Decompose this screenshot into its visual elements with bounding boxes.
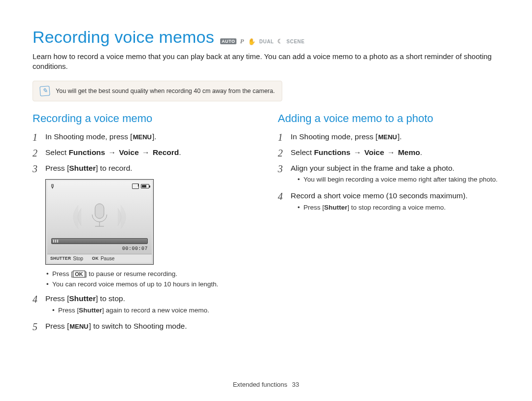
progress-bar	[51, 238, 148, 244]
right-column: Adding a voice memo to a photo 1 In Shoo…	[278, 112, 499, 338]
tip-box: ✎ You will get the best sound quality wh…	[33, 81, 282, 101]
step4-bullets: Press [Shutter] again to record a new vo…	[45, 306, 254, 315]
step-number: 2	[33, 148, 40, 158]
night-icon: ☾	[277, 38, 283, 45]
mode-scene-label: SCENE	[286, 39, 304, 44]
step-body: Record a short voice memo (10 seconds ma…	[291, 191, 499, 214]
screen-footer: SHUTTER Stop OK Pause	[47, 254, 152, 263]
status-icons	[132, 184, 149, 189]
step-number: 4	[278, 191, 286, 202]
left-step-1: 1 In Shooting mode, press [MENU].	[33, 132, 254, 143]
step-number: 5	[33, 321, 40, 332]
list-item: You will begin recording a voice memo ri…	[298, 175, 499, 184]
step-body: Select Functions → Voice → Memo.	[291, 148, 499, 158]
step-body: Press [Shutter] to record.	[45, 163, 254, 174]
step-number: 1	[278, 132, 286, 143]
svg-rect-0	[95, 204, 104, 218]
mode-p-icon: P	[240, 37, 244, 45]
step3-bullets: You will begin recording a voice memo ri…	[291, 175, 499, 184]
step-body: In Shooting mode, press [MENU].	[291, 132, 499, 142]
page-title: Recording voice memos	[33, 28, 214, 47]
right-step-1: 1 In Shooting mode, press [MENU].	[278, 132, 499, 143]
menu-button-label: MENU	[69, 322, 89, 331]
battery-icon	[141, 184, 149, 188]
timecode: 00:00:07	[122, 246, 148, 251]
arrow-icon: →	[350, 148, 364, 156]
tip-text: You will get the best sound quality when…	[56, 88, 275, 94]
footer-section: Extended functions	[233, 381, 288, 388]
list-item: Press [Shutter] to stop recording a voic…	[298, 203, 499, 212]
arrow-icon: →	[384, 148, 398, 156]
mode-auto-icon: AUTO	[220, 38, 236, 44]
left-step-5: 5 Press [MENU] to switch to Shooting mod…	[33, 321, 254, 332]
ok-button-label: OK	[73, 271, 85, 278]
hand-icon: ✋	[248, 38, 256, 45]
left-step-4: 4 Press [Shutter] to stop. Press [Shutte…	[33, 294, 254, 316]
menu-button-label: MENU	[133, 133, 152, 142]
list-item: Press [OK] to pause or resume recording.	[46, 270, 254, 278]
intro-paragraph: Learn how to record a voice memo that yo…	[33, 52, 499, 72]
camera-screen: 🎙	[45, 179, 154, 265]
ok-hint: OK Pause	[92, 256, 115, 261]
left-step-2: 2 Select Functions → Voice → Record.	[33, 148, 254, 158]
step4-bullets: Press [Shutter] to stop recording a voic…	[291, 203, 499, 212]
step-number: 3	[278, 163, 286, 174]
arrow-icon: →	[139, 148, 153, 156]
list-item: You can record voice memos of up to 10 h…	[46, 280, 254, 289]
left-step-3: 3 Press [Shutter] to record.	[33, 163, 254, 174]
note-icon: ✎	[39, 86, 50, 96]
left-column: Recording a voice memo 1 In Shooting mod…	[33, 112, 254, 338]
right-step-2: 2 Select Functions → Voice → Memo.	[278, 148, 499, 158]
step-body: Press [Shutter] to stop. Press [Shutter]…	[45, 294, 254, 316]
page-number: 33	[292, 381, 299, 388]
step-body: Align your subject in the frame and take…	[291, 163, 499, 186]
camera-screen-illustration: 🎙	[45, 179, 254, 265]
step-number: 4	[33, 294, 40, 305]
menu-button-label: MENU	[378, 133, 398, 142]
step-number: 1	[33, 132, 40, 143]
mode-indicators: AUTO P ✋ DUAL ☾ SCENE	[220, 37, 305, 45]
arrow-icon: →	[105, 148, 119, 156]
right-step-3: 3 Align your subject in the frame and ta…	[278, 163, 499, 186]
page-footer: Extended functions 33	[0, 381, 532, 388]
step-number: 2	[278, 148, 286, 158]
manual-page: Recording voice memos AUTO P ✋ DUAL ☾ SC…	[0, 0, 532, 401]
step-number: 3	[33, 163, 40, 174]
step-body: Select Functions → Voice → Record.	[45, 148, 254, 158]
columns: Recording a voice memo 1 In Shooting mod…	[33, 112, 499, 338]
left-heading: Recording a voice memo	[33, 112, 254, 125]
step-body: Press [MENU] to switch to Shooting mode.	[45, 321, 254, 332]
microphone-large-icon	[47, 201, 152, 233]
step-body: In Shooting mode, press [MENU].	[45, 132, 254, 142]
shutter-hint: SHUTTER Stop	[50, 256, 83, 261]
memory-card-icon	[132, 184, 139, 189]
title-row: Recording voice memos AUTO P ✋ DUAL ☾ SC…	[33, 28, 499, 47]
microphone-small-icon: 🎙	[50, 183, 56, 190]
step3-bullets: Press [OK] to pause or resume recording.…	[39, 270, 254, 289]
right-step-4: 4 Record a short voice memo (10 seconds …	[278, 191, 499, 214]
mode-dual-label: DUAL	[259, 39, 274, 44]
list-item: Press [Shutter] again to record a new vo…	[52, 306, 254, 315]
right-heading: Adding a voice memo to a photo	[278, 112, 499, 125]
screen-display: 🎙	[47, 181, 152, 254]
screen-statusbar: 🎙	[47, 181, 152, 190]
